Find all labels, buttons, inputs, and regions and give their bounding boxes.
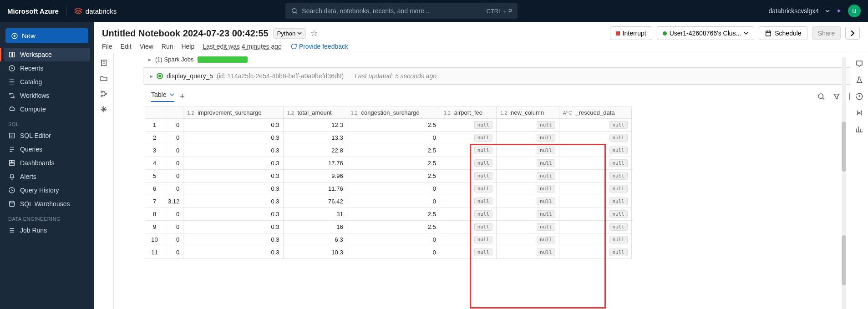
table-row[interactable]: 900.3162.5nullnullnull <box>145 221 632 233</box>
search-input[interactable]: Search data, notebooks, recents, and mor… <box>285 3 518 19</box>
col-header[interactable]: 1.2 congestion_surcharge <box>347 107 440 119</box>
query-row[interactable]: ▸ display_query_5 (id: 114a25fc-2e54-4bb… <box>143 67 863 85</box>
cell: null <box>497 119 559 132</box>
search-icon[interactable] <box>817 92 825 101</box>
table-row[interactable]: 500.39.962.5nullnullnull <box>145 170 632 182</box>
avatar[interactable]: U <box>848 5 861 17</box>
history-icon[interactable] <box>855 92 863 101</box>
col-header[interactable]: 1.2 improvement_surcharge <box>183 107 283 119</box>
assistant-icon[interactable]: ✦ <box>836 7 842 15</box>
sidebar-item-alerts[interactable]: Alerts <box>4 170 90 183</box>
cell: null <box>440 221 496 233</box>
right-rail <box>850 53 868 309</box>
language-select[interactable]: Python <box>273 28 306 39</box>
spark-jobs-row[interactable]: ▸ (1) Spark Jobs <box>143 53 863 67</box>
sidebar-item-catalog[interactable]: Catalog <box>4 75 90 89</box>
cluster-label: User1-42608766's Clus... <box>670 30 741 37</box>
last-edit[interactable]: Last edit was 4 minutes ago <box>203 43 282 50</box>
menu-file[interactable]: File <box>102 43 112 50</box>
table-tab[interactable]: Table <box>151 91 174 102</box>
warehouse-icon <box>8 200 15 208</box>
svg-point-11 <box>10 201 15 203</box>
last-updated: Last updated: 5 seconds ago <box>355 72 437 80</box>
sparkle-icon[interactable] <box>100 105 108 113</box>
cell: null <box>559 246 631 259</box>
variable-icon[interactable] <box>855 109 863 117</box>
svg-rect-12 <box>766 31 771 36</box>
flask-icon[interactable] <box>855 76 863 84</box>
table-row[interactable]: 600.311.760nullnullnull <box>145 182 632 195</box>
feedback-link[interactable]: Provide feedback <box>290 43 348 50</box>
content-wrap: Untitled Notebook 2024-07-23 00:42:55 Py… <box>94 22 868 309</box>
cell: 22.8 <box>283 144 347 157</box>
scrollbar-thumb[interactable] <box>842 235 846 285</box>
table-row[interactable]: 300.322.82.5nullnullnull <box>145 144 632 157</box>
svg-point-0 <box>292 9 296 13</box>
row-index: 2 <box>145 132 164 144</box>
col-header[interactable]: 1.2 total_amount <box>283 107 347 119</box>
table-row[interactable]: 1100.310.30nullnullnull <box>145 246 632 259</box>
col-header[interactable]: AᵇC _rescued_data <box>559 107 631 119</box>
cell: 0 <box>347 233 440 246</box>
cell: 9.96 <box>283 170 347 182</box>
table-row[interactable]: 800.3312.5nullnullnull <box>145 208 632 221</box>
favorite-star[interactable]: ☆ <box>310 28 318 38</box>
menu-help[interactable]: Help <box>181 43 194 50</box>
triangle-right-icon: ▸ <box>150 72 153 80</box>
cell: 0 <box>164 233 183 246</box>
filter-icon[interactable] <box>832 92 841 101</box>
schedule-button[interactable]: Schedule <box>759 26 807 40</box>
chart-icon[interactable] <box>855 125 863 133</box>
menu-edit[interactable]: Edit <box>121 43 132 50</box>
sidebar-item-recents[interactable]: Recents <box>4 61 90 75</box>
content-body: ▸ (1) Spark Jobs ▸ display_query_5 (id: … <box>94 53 868 309</box>
sidebar-item-queries[interactable]: Queries <box>4 142 90 156</box>
table-row[interactable]: 100.312.32.5nullnullnull <box>145 119 632 132</box>
cell: null <box>440 157 496 170</box>
cluster-select[interactable]: User1-42608766's Clus... <box>657 26 755 40</box>
sidebar-item-dashboards[interactable]: Dashboards <box>4 156 90 170</box>
toc-icon[interactable] <box>100 59 108 67</box>
sidebar-section-de: Data Engineering <box>4 211 90 223</box>
col-header[interactable]: 1.2 airport_fee <box>440 107 496 119</box>
sidebar-item-workflows[interactable]: Workflows <box>4 89 90 102</box>
add-viz-button[interactable]: + <box>180 92 185 101</box>
new-button[interactable]: New <box>5 28 88 43</box>
sidebar-item-compute[interactable]: Compute <box>4 102 90 116</box>
share-button[interactable]: Share <box>812 26 841 40</box>
cell: null <box>440 132 496 144</box>
cell: null <box>559 157 631 170</box>
cell: null <box>497 170 559 182</box>
comment-icon[interactable] <box>855 60 863 68</box>
table-row[interactable]: 400.317.762.5nullnullnull <box>145 157 632 170</box>
schema-icon[interactable] <box>100 90 108 98</box>
databricks-logo[interactable]: databricks <box>66 6 117 15</box>
table-row[interactable]: 200.313.30nullnullnull <box>145 132 632 144</box>
sidebar-item-jobruns[interactable]: Job Runs <box>4 223 90 237</box>
chevron-down-icon[interactable] <box>825 9 830 13</box>
cell: 0.3 <box>183 221 283 233</box>
col-header[interactable]: 1.2 new_column <box>497 107 559 119</box>
folder-icon[interactable] <box>100 74 108 82</box>
header-row-2: File Edit View Run Help Last edit was 4 … <box>102 43 860 50</box>
expand-button[interactable] <box>845 27 860 40</box>
menu-view[interactable]: View <box>140 43 153 50</box>
interrupt-button[interactable]: Interrupt <box>610 26 652 40</box>
share-label: Share <box>818 30 835 37</box>
notebook-title[interactable]: Untitled Notebook 2024-07-23 00:42:55 <box>102 28 269 39</box>
workspace-name[interactable]: databrickscvslgx4 <box>768 7 819 15</box>
sidebar-item-label: Query History <box>20 187 59 194</box>
data-table[interactable]: 1.2 improvement_surcharge1.2 total_amoun… <box>145 106 632 259</box>
menu-run[interactable]: Run <box>162 43 173 50</box>
sidebar-item-sqleditor[interactable]: SQL Editor <box>4 129 90 142</box>
sidebar-item-warehouses[interactable]: SQL Warehouses <box>4 197 90 211</box>
table-row[interactable]: 73.120.376.420nullnullnull <box>145 195 632 208</box>
cell: 6.3 <box>283 233 347 246</box>
sidebar-item-workspace[interactable]: Workspace <box>4 48 90 61</box>
scrollbar-thumb[interactable] <box>842 122 846 172</box>
table-row[interactable]: 1000.36.30nullnullnull <box>145 233 632 246</box>
cell: null <box>559 132 631 144</box>
cell: 11.76 <box>283 182 347 195</box>
sidebar-item-queryhistory[interactable]: Query History <box>4 183 90 197</box>
cell-area: ▸ (1) Spark Jobs ▸ display_query_5 (id: … <box>114 53 868 309</box>
